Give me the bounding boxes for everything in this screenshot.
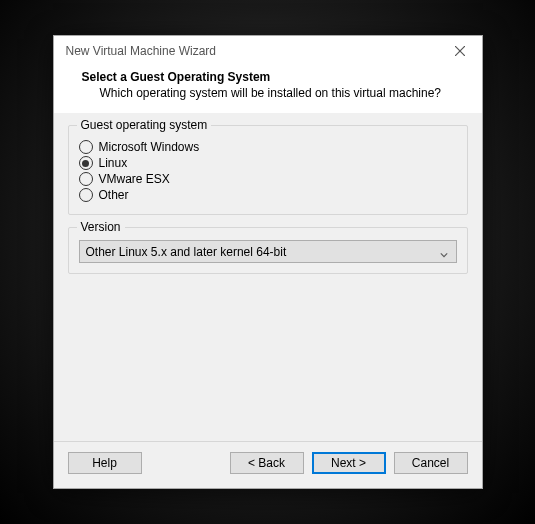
wizard-footer: Help < Back Next > Cancel [54, 441, 482, 488]
radio-label: Other [99, 188, 129, 202]
radio-label: Linux [99, 156, 128, 170]
version-select[interactable]: Other Linux 5.x and later kernel 64-bit [79, 240, 457, 263]
radio-option-esx[interactable]: VMware ESX [79, 172, 457, 186]
radio-option-windows[interactable]: Microsoft Windows [79, 140, 457, 154]
next-button[interactable]: Next > [312, 452, 386, 474]
radio-icon [79, 156, 93, 170]
version-select-value: Other Linux 5.x and later kernel 64-bit [86, 245, 287, 259]
radio-label: VMware ESX [99, 172, 170, 186]
version-group-label: Version [77, 220, 125, 234]
page-title: Select a Guest Operating System [82, 70, 460, 84]
chevron-down-icon [440, 248, 448, 256]
titlebar: New Virtual Machine Wizard [54, 36, 482, 66]
guest-os-group: Guest operating system Microsoft Windows… [68, 125, 468, 215]
wizard-content: Guest operating system Microsoft Windows… [54, 113, 482, 441]
radio-icon [79, 140, 93, 154]
cancel-button[interactable]: Cancel [394, 452, 468, 474]
page-subtitle: Which operating system will be installed… [82, 86, 460, 100]
window-title: New Virtual Machine Wizard [64, 44, 217, 58]
radio-option-other[interactable]: Other [79, 188, 457, 202]
close-icon [455, 46, 465, 56]
close-button[interactable] [448, 39, 472, 63]
back-button[interactable]: < Back [230, 452, 304, 474]
guest-os-group-label: Guest operating system [77, 118, 212, 132]
version-group: Version Other Linux 5.x and later kernel… [68, 227, 468, 274]
radio-label: Microsoft Windows [99, 140, 200, 154]
radio-icon [79, 172, 93, 186]
radio-icon [79, 188, 93, 202]
wizard-header: Select a Guest Operating System Which op… [54, 66, 482, 112]
radio-option-linux[interactable]: Linux [79, 156, 457, 170]
wizard-window: New Virtual Machine Wizard Select a Gues… [53, 35, 483, 489]
help-button[interactable]: Help [68, 452, 142, 474]
